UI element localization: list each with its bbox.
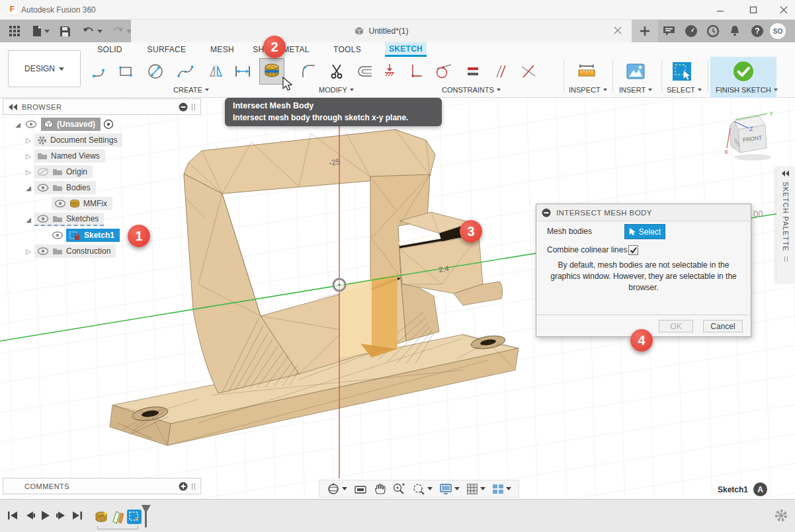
- inspect-measure-tool[interactable]: [574, 58, 599, 85]
- timeline-mesh-feature[interactable]: [95, 510, 109, 524]
- dialog-header[interactable]: INTERSECT MESH BODY: [536, 204, 751, 221]
- timeline-step-forward-button[interactable]: [54, 509, 69, 522]
- modify-group-label[interactable]: MODIFY: [319, 86, 354, 94]
- activate-radio-icon[interactable]: [103, 119, 114, 130]
- display-settings-tool[interactable]: [439, 483, 460, 495]
- combine-colinear-checkbox[interactable]: [628, 245, 638, 255]
- constraints-group-label[interactable]: CONSTRAINTS: [442, 86, 501, 94]
- plus-circle-icon[interactable]: [179, 482, 188, 491]
- panel-resize-handle[interactable]: [784, 256, 788, 262]
- tree-item-mmfix[interactable]: MMFix: [52, 196, 112, 211]
- parallel-constraint[interactable]: [488, 58, 511, 85]
- tab-mesh[interactable]: MESH: [205, 42, 239, 57]
- orbit-tool[interactable]: [327, 482, 347, 496]
- close-button[interactable]: [773, 3, 795, 17]
- symmetry-constraint[interactable]: [516, 58, 541, 85]
- expand-arrow-icon[interactable]: ◢: [24, 184, 33, 192]
- fix-constraint[interactable]: [380, 58, 402, 85]
- look-at-tool[interactable]: [354, 484, 367, 494]
- select-tool[interactable]: [669, 58, 694, 85]
- panel-resize-handle[interactable]: [192, 104, 195, 110]
- new-tab-button[interactable]: [632, 20, 658, 42]
- visibility-eye-icon[interactable]: [37, 215, 49, 223]
- tab-solid[interactable]: SOLID: [93, 42, 127, 57]
- tree-item-construction[interactable]: ▷ Construction: [24, 244, 116, 258]
- app-grid-icon[interactable]: [9, 25, 21, 37]
- spline-tool[interactable]: [173, 58, 198, 85]
- comments-bar[interactable]: COMMENTS: [3, 478, 201, 494]
- dimension-label-top[interactable]: -25: [328, 157, 341, 168]
- tree-item-bodies[interactable]: ◢ Bodies: [24, 180, 96, 195]
- visibility-eye-icon[interactable]: [37, 247, 49, 255]
- offset-tool[interactable]: [352, 58, 377, 85]
- timeline-sketch-feature[interactable]: [127, 510, 142, 524]
- visibility-off-eye-icon[interactable]: [37, 168, 49, 176]
- insert-group-label[interactable]: INSERT: [619, 86, 652, 94]
- sketch-profile-highlight[interactable]: [339, 274, 398, 358]
- inspect-group-label[interactable]: INSPECT: [569, 86, 607, 94]
- sketch-palette-panel[interactable]: SKETCH PALETTE: [776, 167, 795, 282]
- tab-close-icon[interactable]: [613, 26, 624, 36]
- expand-arrow-icon[interactable]: ◢: [13, 121, 22, 128]
- maximize-button[interactable]: [742, 3, 765, 17]
- cancel-button[interactable]: Cancel: [703, 320, 743, 332]
- minimize-button[interactable]: [709, 3, 732, 17]
- zoom-window-tool[interactable]: [412, 482, 433, 496]
- timeline-play-button[interactable]: [38, 509, 53, 522]
- select-button[interactable]: Select: [624, 224, 665, 239]
- pan-tool[interactable]: [374, 483, 386, 495]
- user-avatar[interactable]: SO: [770, 23, 786, 39]
- timeline-step-back-button[interactable]: [22, 509, 37, 522]
- minus-circle-icon[interactable]: [179, 102, 188, 112]
- equal-constraint[interactable]: [462, 58, 484, 85]
- grid-settings-tool[interactable]: [466, 483, 485, 495]
- save-icon[interactable]: [60, 26, 71, 37]
- job-status-clock-icon[interactable]: [705, 23, 721, 39]
- undo-icon[interactable]: [82, 26, 103, 36]
- finish-sketch-label[interactable]: FINISH SKETCH: [716, 86, 778, 94]
- timeline-end-button[interactable]: [70, 509, 85, 522]
- timeline-begin-button[interactable]: [5, 509, 20, 522]
- vertical-horizontal-constraint[interactable]: [405, 58, 427, 85]
- dimension-tool[interactable]: [230, 58, 255, 85]
- insert-image-tool[interactable]: [623, 58, 648, 85]
- visibility-eye-icon[interactable]: [52, 231, 63, 239]
- origin-point[interactable]: [333, 279, 345, 291]
- tree-item-named-views[interactable]: ▷ Named Views: [24, 149, 105, 163]
- collapse-left-icon[interactable]: [782, 171, 790, 176]
- tangent-constraint[interactable]: [431, 58, 456, 85]
- panel-resize-handle[interactable]: [192, 483, 195, 490]
- file-menu-icon[interactable]: [32, 25, 50, 37]
- ok-button[interactable]: OK: [659, 320, 693, 332]
- mirror-tool[interactable]: [204, 58, 229, 85]
- graphics-window[interactable]: -25 2.4 00 FRONT LEFT X Y Z Intersect Me…: [0, 98, 795, 499]
- circle-tool[interactable]: [143, 58, 168, 85]
- tree-item-sketch1[interactable]: Sketch1: [52, 228, 120, 243]
- trim-scissors-tool[interactable]: [324, 58, 349, 85]
- minus-circle-icon[interactable]: [542, 208, 551, 217]
- timeline-settings-gear-icon[interactable]: [774, 508, 788, 523]
- create-group-label[interactable]: CREATE: [173, 86, 209, 94]
- tree-item-unsaved[interactable]: ◢ (Unsaved): [13, 117, 114, 132]
- expand-arrow-icon[interactable]: ◢: [24, 216, 33, 223]
- expand-arrow-icon[interactable]: ▷: [24, 153, 33, 160]
- help-icon[interactable]: ?: [749, 23, 765, 39]
- visibility-eye-icon[interactable]: [37, 184, 49, 192]
- timeline-plane-feature[interactable]: [111, 510, 126, 524]
- notifications-bell-icon[interactable]: [727, 23, 743, 39]
- dimension-label-tab[interactable]: 2.4: [438, 264, 449, 274]
- tree-item-document-settings[interactable]: ▷ Document Settings: [24, 133, 122, 147]
- expand-arrow-icon[interactable]: ▷: [24, 248, 33, 255]
- extensions-icon[interactable]: [683, 23, 699, 39]
- tab-surface[interactable]: SURFACE: [144, 42, 189, 57]
- select-group-label[interactable]: SELECT: [667, 86, 702, 94]
- expand-arrow-icon[interactable]: ▷: [24, 137, 33, 144]
- expand-arrow-icon[interactable]: ▷: [24, 169, 33, 176]
- tree-item-origin[interactable]: ▷ Origin: [24, 165, 93, 179]
- environment-selector[interactable]: DESIGN: [8, 50, 81, 87]
- rectangle-tool[interactable]: [114, 58, 139, 85]
- visibility-eye-icon[interactable]: [54, 200, 66, 208]
- intersect-mesh-body-dialog[interactable]: INTERSECT MESH BODY Mesh bodies Select C…: [536, 204, 751, 337]
- tree-item-sketches[interactable]: ◢ Sketches: [24, 212, 104, 227]
- browser-header[interactable]: BROWSER: [3, 98, 201, 115]
